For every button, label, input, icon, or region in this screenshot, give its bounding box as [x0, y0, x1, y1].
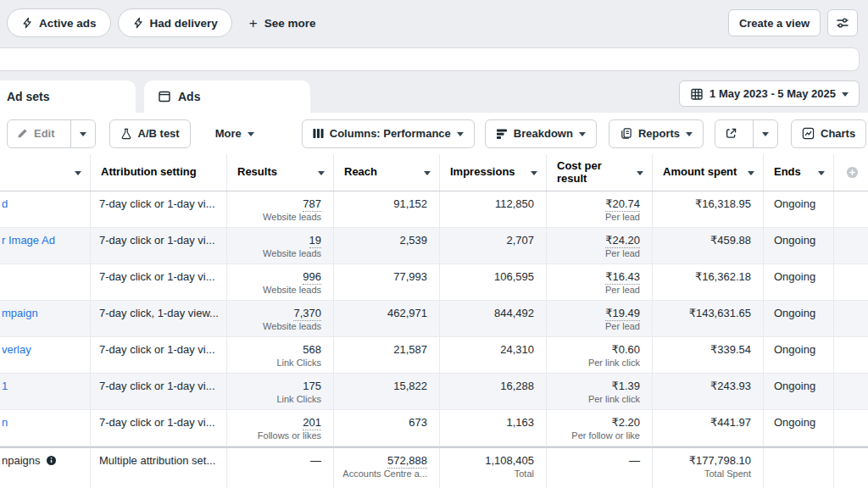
- header-ends[interactable]: Ends: [764, 154, 834, 191]
- ad-name-link[interactable]: mpaign: [2, 307, 38, 319]
- results-value[interactable]: 19: [309, 234, 321, 248]
- impressions-cell: 16,288: [440, 374, 547, 410]
- header-label: Results: [237, 166, 277, 179]
- more-button[interactable]: More: [205, 119, 264, 148]
- attribution-total-cell: Multiple attribution set...: [91, 448, 227, 488]
- chevron-down-icon: [457, 132, 464, 136]
- results-cell: 7,370Website leads: [227, 301, 334, 337]
- date-range-picker[interactable]: 1 May 2023 - 5 May 2025: [679, 80, 860, 107]
- table-row[interactable]: d 7-day click or 1-day vi... 787Website …: [0, 191, 868, 228]
- attribution-cell: 7-day click, 1-day view...: [91, 301, 227, 337]
- ad-name-link[interactable]: 1: [2, 380, 8, 392]
- cost-value[interactable]: ₹2.20: [611, 416, 640, 429]
- results-value[interactable]: 996: [303, 270, 321, 285]
- cost-value[interactable]: ₹0.60: [611, 343, 640, 356]
- results-value[interactable]: 7,370: [293, 307, 321, 321]
- ads-window-icon: [158, 90, 171, 103]
- results-value[interactable]: 175: [303, 380, 321, 392]
- charts-icon: [802, 127, 815, 140]
- amount-spent-cell: ₹16,362.18: [653, 264, 764, 301]
- breakdown-button[interactable]: Breakdown: [485, 119, 597, 148]
- plus-circle-icon: [846, 166, 859, 179]
- cost-value[interactable]: ₹16.43: [605, 270, 640, 285]
- export-button[interactable]: [715, 120, 747, 147]
- header-cost-per-result[interactable]: Cost per result: [547, 154, 653, 191]
- see-more-button[interactable]: + See more: [249, 16, 316, 30]
- ab-test-button[interactable]: A/B test: [109, 119, 191, 148]
- impressions-cell: 2,707: [440, 228, 547, 264]
- spent-total-value: ₹177,798.10: [689, 454, 751, 467]
- results-value[interactable]: 201: [303, 416, 321, 430]
- table-row[interactable]: 1 7-day click or 1-day vi... 175Link Cli…: [0, 374, 868, 410]
- results-label: Website leads: [227, 248, 321, 258]
- columns-icon: [313, 128, 324, 139]
- cost-value[interactable]: ₹24.20: [605, 234, 640, 248]
- cost-label: Per link click: [547, 394, 640, 404]
- table-row[interactable]: n 7-day click or 1-day vi... 201Follows …: [0, 410, 868, 446]
- export-split-button: [715, 119, 778, 148]
- table-row[interactable]: r Image Ad 7-day click or 1-day vi... 19…: [0, 228, 868, 264]
- cost-label: Per lead: [547, 321, 640, 331]
- edit-dropdown-button[interactable]: [70, 120, 95, 147]
- ad-name-link[interactable]: d: [2, 197, 8, 210]
- tab-ad-sets[interactable]: Ad sets: [0, 80, 136, 113]
- reach-total-label: Accounts Centre a...: [334, 469, 427, 479]
- reports-button[interactable]: Reports: [609, 119, 704, 148]
- cost-per-result-cell: ₹1.39Per link click: [547, 374, 653, 410]
- cost-value[interactable]: ₹1.39: [611, 380, 640, 392]
- table-row[interactable]: verlay 7-day click or 1-day vi... 568Lin…: [0, 337, 868, 374]
- header-impressions[interactable]: Impressions: [440, 154, 547, 191]
- results-label: Link Clicks: [227, 358, 321, 368]
- date-range-label: 1 May 2023 - 5 May 2025: [709, 87, 836, 100]
- results-value[interactable]: 787: [303, 197, 321, 212]
- charts-button[interactable]: Charts: [791, 119, 866, 148]
- header-attribution-setting[interactable]: Attribution setting: [91, 154, 227, 191]
- tab-label: Ad sets: [7, 90, 50, 103]
- reach-cell: 77,993: [334, 264, 440, 301]
- cost-label: Per lead: [547, 285, 640, 295]
- results-total-cell: —: [227, 448, 334, 488]
- header-reach[interactable]: Reach: [334, 154, 440, 191]
- breakdown-label: Breakdown: [514, 127, 573, 140]
- amount-spent-cell: ₹441.97: [653, 410, 764, 446]
- cost-value[interactable]: ₹19.49: [605, 307, 640, 321]
- columns-button[interactable]: Columns: Performance: [302, 119, 475, 148]
- results-label: Link Clicks: [227, 394, 321, 404]
- cost-label: Per follow or like: [547, 430, 640, 441]
- header-amount-spent[interactable]: Amount spent: [653, 154, 764, 191]
- breakdown-icon: [496, 128, 508, 140]
- add-column-button[interactable]: [834, 154, 868, 191]
- empty-cell: [834, 301, 868, 337]
- filter-pill-active-ads[interactable]: Active ads: [7, 8, 111, 37]
- table-row[interactable]: mpaign 7-day click, 1-day view... 7,370W…: [0, 301, 868, 337]
- table-header-row: Attribution setting Results Reach Impres…: [0, 154, 868, 191]
- export-dropdown-button[interactable]: [753, 120, 777, 147]
- impressions-cell: 1,163: [440, 410, 547, 446]
- ad-name-link[interactable]: n: [2, 416, 8, 429]
- bolt-icon: [132, 17, 144, 29]
- amount-spent-cell: ₹459.88: [653, 228, 764, 264]
- header-results[interactable]: Results: [227, 154, 334, 191]
- impressions-total-label: Total: [440, 469, 534, 479]
- chevron-down-icon: [75, 171, 81, 175]
- ad-name-link[interactable]: r Image Ad: [2, 234, 55, 247]
- cost-value[interactable]: ₹20.74: [605, 197, 640, 212]
- chevron-down-icon: [424, 171, 431, 175]
- tab-ads[interactable]: Ads: [144, 80, 310, 113]
- table-row[interactable]: 7-day click or 1-day vi... 996Website le…: [0, 264, 868, 301]
- spent-total-label: Total Spent: [653, 469, 751, 479]
- cost-per-result-cell: ₹19.49Per lead: [547, 301, 653, 337]
- edit-button[interactable]: Edit: [8, 120, 64, 147]
- filter-pill-had-delivery[interactable]: Had delivery: [118, 8, 232, 37]
- create-a-view-button[interactable]: Create a view: [728, 9, 821, 36]
- reach-total-value[interactable]: 572,888: [387, 454, 427, 469]
- results-cell: 201Follows or likes: [227, 410, 334, 446]
- results-value[interactable]: 568: [303, 343, 321, 356]
- results-cell: 19Website leads: [227, 228, 334, 264]
- search-filter-input[interactable]: [0, 47, 860, 71]
- info-icon[interactable]: [46, 455, 57, 466]
- header-name[interactable]: [0, 154, 91, 191]
- view-settings-button[interactable]: [827, 9, 858, 36]
- chevron-down-icon: [637, 171, 643, 175]
- ad-name-link[interactable]: verlay: [2, 343, 31, 356]
